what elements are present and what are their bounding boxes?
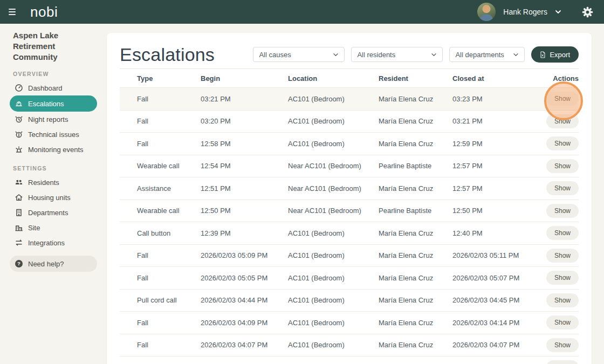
cell-location: AC101 (Bedroom) — [288, 296, 379, 304]
show-button[interactable]: Show — [546, 92, 579, 106]
chevron-down-icon — [513, 53, 519, 57]
cell-type: Pull cord call — [137, 296, 201, 304]
cell-location: AC101 (Bedroom) — [288, 140, 379, 148]
table-row: Assistance 12:51 PM Near AC101 (Bedroom)… — [120, 177, 579, 200]
cell-begin: 12:50 PM — [201, 207, 288, 215]
table-row: Fall 2026/02/03 05:05 PM AC101 (Bedroom)… — [120, 267, 579, 290]
table-row: Fall 2026/02/03 04:07 PM AC101 (Bedroom)… — [120, 334, 579, 357]
show-button[interactable]: Show — [546, 159, 579, 173]
cell-begin: 03:21 PM — [201, 95, 288, 103]
causes-filter-value: All causes — [259, 51, 291, 59]
column-header-resident: Resident — [379, 74, 452, 83]
cell-location: Near AC101 (Bedroom) — [288, 207, 379, 215]
cell-type: Fall — [137, 95, 201, 103]
sidebar-item-integrations[interactable]: Integrations — [10, 235, 97, 250]
residents-filter-dropdown[interactable]: All residents — [351, 47, 443, 62]
cell-location: AC101 (Bedroom) — [288, 341, 379, 349]
monitoring-events-icon — [15, 145, 23, 154]
table-row: Wearable call 12:54 PM Near AC101 (Bedro… — [120, 155, 579, 178]
causes-filter-dropdown[interactable]: All causes — [253, 47, 345, 62]
user-name[interactable]: Hank Rogers — [503, 8, 547, 16]
show-button[interactable]: Show — [546, 204, 579, 218]
site-icon — [15, 223, 23, 232]
cell-resident: María Elena Cruz — [379, 95, 452, 103]
residents-icon — [15, 178, 23, 187]
cell-type: Fall — [137, 117, 201, 125]
cell-begin: 03:20 PM — [201, 117, 288, 125]
cell-type: Fall — [137, 319, 201, 327]
escalations-card: Escalations All causes All residents All… — [107, 33, 592, 364]
show-button[interactable]: Show — [546, 249, 579, 263]
table-row: Wearable call 12:50 PM Near AC101 (Bedro… — [120, 200, 579, 223]
cell-closed-at: 12:57 PM — [452, 184, 536, 193]
table-row: Fall 03:20 PM AC101 (Bedroom) María Elen… — [120, 111, 579, 133]
cell-type: Wearable call — [137, 162, 201, 170]
cell-resident: María Elena Cruz — [379, 296, 452, 304]
cell-begin: 2026/02/03 04:09 PM — [201, 319, 288, 327]
cell-resident: María Elena Cruz — [379, 251, 452, 259]
cell-closed-at: 12:57 PM — [452, 162, 536, 170]
technical-issues-icon — [15, 130, 23, 139]
nobi-logo: nobi — [30, 4, 58, 20]
cell-closed-at: 03:23 PM — [452, 95, 536, 103]
cell-resident: Pearline Baptiste — [379, 207, 452, 215]
hamburger-menu-icon[interactable] — [9, 9, 17, 15]
export-button[interactable]: Export — [531, 46, 579, 63]
cell-closed-at: 12:59 PM — [452, 140, 536, 148]
table-row: Fall 2026/02/03 04:09 PM AC101 (Bedroom)… — [120, 312, 579, 334]
residents-filter-value: All residents — [357, 51, 395, 59]
export-file-icon — [540, 51, 546, 58]
table-row: Call button 12:39 PM AC101 (Bedroom) Mar… — [120, 222, 579, 245]
cell-type: Assistance — [137, 184, 201, 193]
show-button[interactable]: Show — [546, 293, 579, 307]
sidebar-item-label: Residents — [28, 178, 59, 187]
sidebar-item-label: Dashboard — [28, 84, 63, 92]
sidebar-item-label: Site — [28, 224, 40, 232]
gear-icon[interactable] — [582, 6, 593, 18]
cell-location: AC101 (Bedroom) — [288, 319, 379, 327]
cell-begin: 12:58 PM — [201, 140, 288, 148]
sidebar-item-departments[interactable]: Departments — [10, 205, 97, 220]
cell-resident: María Elena Cruz — [379, 341, 452, 349]
sidebar-item-escalations[interactable]: Escalations — [10, 95, 97, 112]
sidebar-item-dashboard[interactable]: Dashboard — [10, 80, 97, 95]
chevron-down-icon — [333, 53, 339, 57]
cell-begin: 2026/02/03 05:09 PM — [201, 251, 288, 259]
cell-location: Near AC101 (Bedroom) — [288, 162, 379, 170]
need-help-label: Need help? — [28, 260, 64, 268]
cell-location: AC101 (Bedroom) — [288, 274, 379, 282]
cell-begin: 2026/02/03 04:07 PM — [201, 341, 288, 349]
sidebar-item-housing-units[interactable]: Housing units — [10, 190, 97, 205]
need-help-button[interactable]: ? Need help? — [10, 256, 97, 272]
departments-filter-dropdown[interactable]: All departments — [449, 47, 525, 62]
show-button[interactable]: Show — [546, 136, 579, 150]
chevron-down-icon[interactable] — [555, 10, 561, 14]
sidebar-item-label: Housing units — [28, 194, 71, 202]
sidebar-item-technical-issues[interactable]: Technical issues — [10, 127, 97, 142]
show-button[interactable]: Show — [546, 271, 579, 285]
cell-type: Fall — [137, 341, 201, 349]
sidebar-item-site[interactable]: Site — [10, 220, 97, 235]
cell-resident: María Elena Cruz — [379, 229, 452, 237]
column-header-actions: Actions — [536, 74, 579, 83]
sidebar-item-night-reports[interactable]: Night reports — [10, 112, 97, 127]
table-header-row: Type Begin Location Resident Closed at A… — [120, 68, 579, 88]
cell-resident: María Elena Cruz — [379, 319, 452, 327]
show-button[interactable]: Show — [546, 315, 579, 329]
user-avatar[interactable] — [477, 3, 496, 21]
show-button[interactable]: Show — [546, 360, 579, 364]
sidebar-item-label: Escalations — [28, 100, 64, 108]
show-button[interactable]: Show — [546, 338, 579, 352]
sidebar-item-residents[interactable]: Residents — [10, 175, 97, 190]
cell-closed-at: 12:40 PM — [452, 229, 536, 237]
cell-closed-at: 2026/02/03 05:07 PM — [452, 274, 536, 282]
cell-closed-at: 2026/02/03 04:07 PM — [452, 341, 536, 349]
cell-type: Wearable call — [137, 207, 201, 215]
column-header-begin: Begin — [201, 74, 288, 83]
cell-type: Fall — [137, 251, 201, 259]
table-row: Fall 2026/02/03 05:09 PM AC101 (Bedroom)… — [120, 245, 579, 267]
show-button[interactable]: Show — [546, 181, 579, 195]
show-button[interactable]: Show — [546, 226, 579, 240]
sidebar-item-monitoring-events[interactable]: Monitoring events — [10, 142, 97, 157]
show-button[interactable]: Show — [546, 114, 579, 128]
